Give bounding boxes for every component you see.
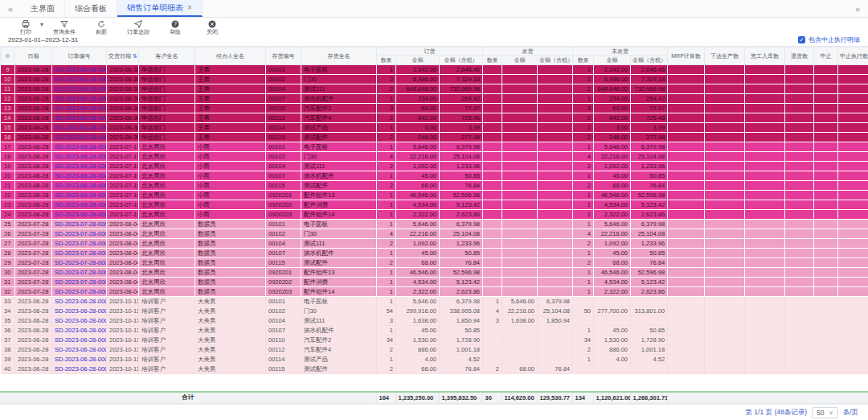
col-ship-amt-tax[interactable]: 金额（含税） [538, 56, 573, 65]
col-returns[interactable]: 退货数 [785, 47, 814, 65]
table-row[interactable]: 372023-06-28SD-2023-06-28-000022023-10-1… [1, 336, 868, 345]
table-row[interactable]: 232023-08-28SD-2023-08-28-000062023-07-1… [1, 200, 868, 210]
table-row[interactable]: 162023-06-28SD-2023-06-28-000012023-06-3… [1, 133, 868, 142]
cell-order-no[interactable]: SD-2023-08-28-00006 [52, 171, 107, 181]
cell-order-no[interactable]: SD-2023-06-28-00001 [52, 94, 107, 104]
sort-icon[interactable]: ⇅ [133, 53, 137, 59]
col-ship-qty[interactable]: 数量 [483, 56, 502, 65]
table-row[interactable]: 302023-07-28SD-2023-07-28-000052023-08-0… [1, 268, 868, 278]
table-row[interactable]: 212023-08-28SD-2023-08-28-000062023-07-1… [1, 181, 868, 191]
cell-order-no[interactable]: SD-2023-07-28-00005 [52, 239, 107, 249]
cell-order-no[interactable]: SD-2023-07-28-00005 [52, 249, 107, 258]
cell-order-no[interactable]: SD-2023-07-28-00005 [52, 258, 107, 268]
cell-order-no[interactable]: SD-2023-06-28-00002 [52, 355, 107, 364]
collapse-tabs-icon[interactable]: « [0, 0, 21, 17]
expand-tabs-icon[interactable]: » [847, 0, 868, 17]
table-row[interactable]: 362023-06-28SD-2023-06-28-000022023-10-1… [1, 326, 868, 336]
table-row[interactable]: 152023-06-28SD-2023-06-28-000012023-06-3… [1, 123, 868, 133]
table-row[interactable]: 352023-06-28SD-2023-06-28-000022023-10-1… [1, 316, 868, 326]
cell-order-no[interactable]: SD-2023-06-28-00001 [52, 113, 107, 123]
cell-order-no[interactable]: SD-2023-08-28-00006 [52, 152, 107, 162]
table-row[interactable]: 272023-07-28SD-2023-07-28-000052023-08-0… [1, 239, 868, 249]
cell-order-no[interactable]: SD-2023-06-28-00002 [52, 364, 107, 374]
cell-order-no[interactable]: SD-2023-06-28-00002 [52, 336, 107, 345]
col-completed[interactable]: 完工入库数 [745, 47, 785, 65]
cell-order-no[interactable]: SD-2023-07-28-00005 [52, 278, 107, 287]
tab-dashboard[interactable]: 综合看板 [65, 0, 117, 17]
tab-main[interactable]: 主界面 [21, 0, 65, 17]
close-tab-icon[interactable]: × [187, 3, 192, 12]
table-row[interactable]: 342023-06-28SD-2023-06-28-000022023-10-1… [1, 307, 868, 316]
cell-order-no[interactable]: SD-2023-07-28-00005 [52, 220, 107, 229]
cell-order-no[interactable]: SD-2023-08-28-00006 [52, 191, 107, 200]
table-row[interactable]: 402023-06-28SD-2023-06-28-000022023-10-1… [1, 364, 868, 374]
cell-order-no[interactable]: SD-2023-06-28-00002 [52, 297, 107, 307]
table-row[interactable]: 122023-06-28SD-2023-06-28-000012023-06-3… [1, 94, 868, 104]
col-unship-amt[interactable]: 金额 [594, 56, 631, 65]
table-row[interactable]: 192023-08-28SD-2023-08-28-000062023-07-1… [1, 162, 868, 171]
col-order-amt-tax[interactable]: 金额（含税） [440, 56, 483, 65]
print-dropdown-caret-icon[interactable]: ▾ [40, 21, 43, 28]
col-suspend[interactable]: 中止 [814, 47, 838, 65]
col-suspend-exec[interactable]: 中止执行数 [838, 47, 868, 65]
cell-handler: 王希 [195, 113, 266, 123]
col-order-qty[interactable]: 数量 [377, 56, 396, 65]
col-date[interactable]: 日期 [15, 47, 52, 65]
page-size-select[interactable]: 50 ∨ [812, 407, 838, 418]
table-row[interactable]: 322023-07-28SD-2023-07-28-000052023-08-0… [1, 287, 868, 297]
col-handler[interactable]: 经办人全名 [195, 47, 266, 65]
table-row[interactable]: 262023-07-28SD-2023-07-28-000052023-08-0… [1, 229, 868, 239]
col-order-amt[interactable]: 金额 [396, 56, 440, 65]
table-row[interactable]: 202023-08-28SD-2023-08-28-000062023-07-1… [1, 171, 868, 181]
col-ship-amt[interactable]: 金额 [502, 56, 538, 65]
col-customer[interactable]: 客户全名 [139, 47, 195, 65]
table-row[interactable]: 292023-07-28SD-2023-07-28-000052023-08-0… [1, 258, 868, 268]
cell-order-no[interactable]: SD-2023-08-28-00006 [52, 200, 107, 210]
cell-order-no[interactable]: SD-2023-06-28-00002 [52, 316, 107, 326]
tab-sales-order-detail[interactable]: 销售订单明细表 × [117, 0, 203, 17]
table-row[interactable]: 312023-07-28SD-2023-07-28-000052023-08-0… [1, 278, 868, 287]
settings-header-cell[interactable]: ⚙ [1, 47, 15, 65]
table-row[interactable]: 142023-06-28SD-2023-06-28-000012023-06-3… [1, 113, 868, 123]
table-row[interactable]: 392023-06-28SD-2023-06-28-000022023-10-1… [1, 355, 868, 364]
col-mrp[interactable]: MRP计算数 [668, 47, 705, 65]
cell-order-no[interactable]: SD-2023-08-28-00006 [52, 181, 107, 191]
cell-order-no[interactable]: SD-2023-06-28-00001 [52, 65, 107, 75]
cell-order-no[interactable]: SD-2023-06-28-00002 [52, 345, 107, 355]
table-scroll-area[interactable]: ⚙ 日期 订单编号 交货日期 ⇅ 客户全名 经办人全名 存货编号 存货全名 订货… [0, 46, 868, 391]
table-row[interactable]: 92023-06-28SD-2023-06-28-000012023-06-30… [1, 65, 868, 75]
cell-order-no[interactable]: SD-2023-06-28-00001 [52, 123, 107, 133]
cell-order-no[interactable]: SD-2023-06-28-00001 [52, 84, 107, 94]
col-inv-code[interactable]: 存货编号 [266, 47, 301, 65]
table-row[interactable]: 332023-06-28SD-2023-06-28-000022023-10-1… [1, 297, 868, 307]
table-row[interactable]: 242023-08-28SD-2023-08-28-000062023-07-1… [1, 210, 868, 220]
cell-order-no[interactable]: SD-2023-06-28-00002 [52, 326, 107, 336]
table-row[interactable]: 222023-08-28SD-2023-08-28-000062023-07-1… [1, 191, 868, 200]
cell-order-no[interactable]: SD-2023-07-28-00005 [52, 287, 107, 297]
table-row[interactable]: 172023-08-28SD-2023-08-28-000062023-07-1… [1, 142, 868, 152]
cell-order-no[interactable]: SD-2023-07-28-00005 [52, 268, 107, 278]
col-unship-qty[interactable]: 数量 [573, 56, 594, 65]
col-unship-amt-tax[interactable]: 金额（含税） [631, 56, 668, 65]
cell-order-no[interactable]: SD-2023-06-28-00001 [52, 133, 107, 142]
col-order-no[interactable]: 订单编号 [52, 47, 107, 65]
table-row[interactable]: 382023-06-28SD-2023-06-28-000022023-10-1… [1, 345, 868, 355]
cell-order-no[interactable]: SD-2023-08-28-00006 [52, 162, 107, 171]
cell-unship-qty: 1 [573, 123, 594, 133]
table-row[interactable]: 132023-06-28SD-2023-06-28-000012023-06-3… [1, 104, 868, 113]
cell-order-no[interactable]: SD-2023-08-28-00006 [52, 142, 107, 152]
include-suspended-checkbox[interactable]: ✓ [798, 36, 805, 43]
col-inv-name[interactable]: 存货全名 [301, 47, 377, 65]
cell-order-no[interactable]: SD-2023-06-28-00001 [52, 104, 107, 113]
cell-order-no[interactable]: SD-2023-08-28-00006 [52, 210, 107, 220]
table-row[interactable]: 282023-07-28SD-2023-07-28-000052023-08-0… [1, 249, 868, 258]
cell-order-no[interactable]: SD-2023-06-28-00001 [52, 75, 107, 84]
table-row[interactable]: 182023-08-28SD-2023-08-28-000062023-07-1… [1, 152, 868, 162]
cell-order-no[interactable]: SD-2023-07-28-00005 [52, 229, 107, 239]
table-row[interactable]: 112023-06-28SD-2023-06-28-000012023-06-3… [1, 84, 868, 94]
cell-order-no[interactable]: SD-2023-06-28-00002 [52, 307, 107, 316]
table-row[interactable]: 252023-07-28SD-2023-07-28-000052023-08-0… [1, 220, 868, 229]
col-delivery-date[interactable]: 交货日期 ⇅ [107, 47, 139, 65]
col-production[interactable]: 下达生产数 [705, 47, 745, 65]
table-row[interactable]: 102023-06-28SD-2023-06-28-000012023-06-3… [1, 75, 868, 84]
